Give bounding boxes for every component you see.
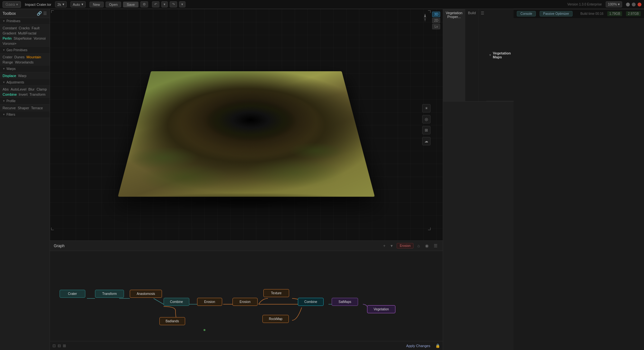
titlebar: Gaea ▾ Impact Crater.tor 2k ▾ Auto ▾ New… xyxy=(0,0,644,9)
profile-header[interactable]: ▼ Profile xyxy=(0,98,50,104)
save-options-button[interactable]: ⚙ xyxy=(140,1,148,7)
adjustments-header[interactable]: ▼ Adjustments xyxy=(0,79,50,86)
tool-transform[interactable]: Transform xyxy=(30,92,46,97)
tool-cracks[interactable]: Cracks xyxy=(19,26,30,30)
close-button[interactable] xyxy=(638,3,641,6)
node-combine2[interactable]: Combine xyxy=(298,298,324,306)
maximize-button[interactable] xyxy=(632,3,636,6)
tool-warp[interactable]: Warp xyxy=(18,73,26,78)
layout-icon[interactable]: ⊟ xyxy=(58,344,61,348)
toolbox-title: Toolbox xyxy=(3,11,16,16)
graph-area: Graph + ▾ Erosion ⌂ ◉ ☰ xyxy=(50,240,443,350)
tool-terrace[interactable]: Terrace xyxy=(31,106,43,110)
toolbox-header: Toolbox 🔗 ☰ xyxy=(0,9,50,18)
primitives-arrow: ▼ xyxy=(3,20,5,23)
passive-optimizer-button[interactable]: Passive Optimizer xyxy=(540,11,573,16)
tool-shaper[interactable]: Shaper xyxy=(18,106,29,110)
tool-range[interactable]: Range xyxy=(3,60,13,64)
lock-icon[interactable]: 🔒 xyxy=(435,344,440,348)
geo-primitives-section: ▼ Geo Primitives Crater Dunes Mountain R… xyxy=(0,47,50,66)
compass xyxy=(420,13,430,23)
undo-button[interactable]: ↶ xyxy=(152,1,159,7)
terrain-surface xyxy=(118,71,375,197)
undo-dropdown-button[interactable]: ▾ xyxy=(161,1,168,7)
btn-2d[interactable]: 2D xyxy=(432,18,440,23)
tool-abs[interactable]: Abs xyxy=(3,87,9,92)
graph-menu-icon[interactable]: ☰ xyxy=(432,243,439,249)
graph-dropdown-icon[interactable]: ▾ xyxy=(389,243,394,249)
profile-arrow: ▼ xyxy=(3,100,5,102)
save-button[interactable]: Save xyxy=(123,2,138,7)
primitives-header[interactable]: ▼ Primitives xyxy=(0,18,50,24)
apply-changes-button[interactable]: Apply Changes xyxy=(404,343,433,348)
tool-constant[interactable]: Constant xyxy=(3,26,17,30)
tool-voronoi[interactable]: Voronoi xyxy=(33,36,45,41)
graph-target-icon[interactable]: ◉ xyxy=(424,243,430,249)
tab-vegetation-properties[interactable]: Vegetation Proper... xyxy=(443,9,465,101)
auto-selector[interactable]: Auto ▾ xyxy=(71,1,86,7)
node-crater[interactable]: Crater xyxy=(60,290,85,298)
node-transform[interactable]: Transform xyxy=(95,290,124,298)
node-badlands[interactable]: Badlands xyxy=(159,317,185,325)
corner-br xyxy=(428,228,431,230)
resolution-selector[interactable]: 2k ▾ xyxy=(55,1,67,7)
console-button[interactable]: Console xyxy=(517,11,536,16)
zoom-selector[interactable]: 100% ▾ xyxy=(606,1,622,7)
tool-displace[interactable]: Displace xyxy=(3,73,16,78)
tool-recurve[interactable]: Recurve xyxy=(3,106,16,110)
tool-clamp[interactable]: Clamp xyxy=(36,87,47,92)
primitives-section: ▼ Primitives Constant Cracks Fault Gradi… xyxy=(0,18,50,47)
grid-icon[interactable]: ⊞ xyxy=(422,126,431,134)
tool-multifractal[interactable]: MultiFractal xyxy=(18,31,36,35)
new-button[interactable]: New xyxy=(90,2,104,7)
filters-header[interactable]: ▼ Filters xyxy=(0,112,50,118)
open-button[interactable]: Open xyxy=(106,2,121,7)
tool-blur[interactable]: Blur xyxy=(28,87,35,92)
viewport-3d[interactable]: 3D 2D Lv ☀ ◎ ⊞ ☁ xyxy=(50,9,443,240)
tool-mountain[interactable]: Mountain xyxy=(26,55,41,59)
node-erosion2[interactable]: Erosion xyxy=(232,298,258,306)
warps-header[interactable]: ▼ Warps xyxy=(0,66,50,72)
node-erosion1[interactable]: Erosion xyxy=(197,298,222,306)
graph-canvas[interactable]: Crater Transform Anastomosis Combine Ero… xyxy=(50,251,443,341)
tool-voronoi-plus[interactable]: Voronoi+ xyxy=(3,41,17,46)
tab-build[interactable]: Build xyxy=(465,9,478,101)
toolbox-link-icon[interactable]: 🔗 xyxy=(37,11,42,16)
minimize-button[interactable] xyxy=(626,3,630,6)
tool-gradient[interactable]: Gradient xyxy=(3,31,16,35)
tool-autolevel[interactable]: AutoLevel xyxy=(11,87,26,92)
toolbox-menu-icon[interactable]: ☰ xyxy=(43,11,47,16)
btn-lv[interactable]: Lv xyxy=(432,24,440,29)
btn-3d[interactable]: 3D xyxy=(432,12,440,17)
graph-add-icon[interactable]: + xyxy=(382,243,387,249)
redo-button[interactable]: ↷ xyxy=(170,1,177,7)
expand-icon[interactable]: ⊞ xyxy=(63,344,66,348)
tool-perlin[interactable]: Perlin xyxy=(3,36,12,41)
node-combine1[interactable]: Combine xyxy=(164,298,189,306)
version-label: Version 1.3.0 Enterprise xyxy=(567,3,602,6)
viewport-right-icons: ☀ ◎ ⊞ ☁ xyxy=(422,104,431,145)
geo-primitives-header[interactable]: ▼ Geo Primitives xyxy=(0,47,50,53)
node-satmaps[interactable]: SatMaps xyxy=(332,298,358,306)
app-dropdown-icon[interactable]: ▾ xyxy=(16,2,18,7)
node-anastomosis[interactable]: Anastomosis xyxy=(130,290,162,298)
tool-slopenoise[interactable]: SlopeNoise xyxy=(14,36,32,41)
tool-combine[interactable]: Combine xyxy=(3,92,17,97)
tool-invert[interactable]: Invert xyxy=(19,92,28,97)
tab-menu-icon[interactable]: ☰ xyxy=(479,9,486,101)
node-texture[interactable]: Texture xyxy=(263,289,289,297)
tool-worselands[interactable]: Worselands xyxy=(15,60,33,64)
redo-dropdown-button[interactable]: ▾ xyxy=(179,1,185,7)
app-logo[interactable]: Gaea ▾ xyxy=(3,1,21,8)
camera-icon[interactable]: ◎ xyxy=(422,115,431,123)
graph-home-icon[interactable]: ⌂ xyxy=(416,243,421,249)
cloud-icon[interactable]: ☁ xyxy=(422,137,431,145)
tool-dunes[interactable]: Dunes xyxy=(14,55,25,59)
sun-icon[interactable]: ☀ xyxy=(422,104,431,112)
fit-icon[interactable]: ⊡ xyxy=(52,344,56,348)
node-rockmap[interactable]: RockMap xyxy=(262,315,289,323)
node-vegetation[interactable]: Vegetation xyxy=(367,305,395,313)
tool-crater[interactable]: Crater xyxy=(3,55,13,59)
tool-fault[interactable]: Fault xyxy=(32,26,39,30)
geo-primitives-label: Geo Primitives xyxy=(6,48,27,52)
